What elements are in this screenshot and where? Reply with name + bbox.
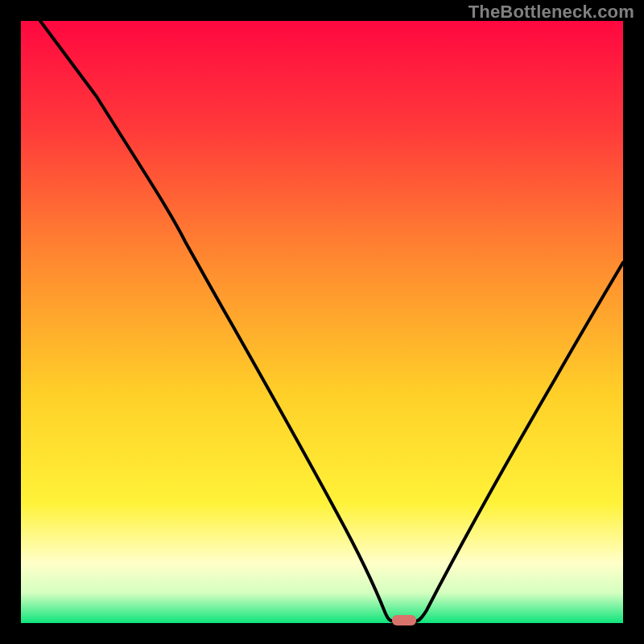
chart-frame: { "watermark": "TheBottleneck.com", "col… <box>0 0 644 644</box>
optimal-marker <box>392 615 416 625</box>
bottleneck-chart <box>0 0 644 644</box>
watermark-text: TheBottleneck.com <box>469 2 634 23</box>
plot-background <box>21 21 623 623</box>
